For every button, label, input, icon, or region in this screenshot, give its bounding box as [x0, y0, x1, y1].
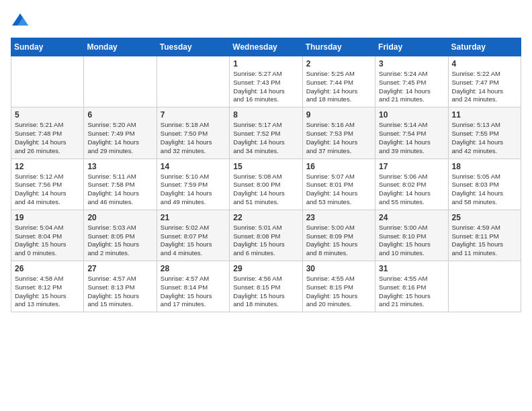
- day-number: 24: [379, 213, 444, 222]
- day-number: 12: [15, 162, 80, 171]
- day-info: Sunrise: 5:03 AM Sunset: 8:05 PM Dayligh…: [87, 224, 152, 258]
- day-info: Sunrise: 5:14 AM Sunset: 7:54 PM Dayligh…: [379, 121, 444, 155]
- weekday-wednesday: Wednesday: [230, 38, 302, 56]
- day-number: 14: [161, 162, 226, 171]
- calendar-body: 1Sunrise: 5:27 AM Sunset: 7:43 PM Daylig…: [11, 56, 521, 312]
- day-number: 18: [452, 162, 517, 171]
- day-number: 4: [452, 59, 517, 68]
- calendar-cell: 19Sunrise: 5:04 AM Sunset: 8:04 PM Dayli…: [11, 210, 84, 261]
- day-number: 22: [233, 213, 298, 222]
- calendar-cell: 22Sunrise: 5:01 AM Sunset: 8:08 PM Dayli…: [230, 210, 302, 261]
- day-info: Sunrise: 5:16 AM Sunset: 7:53 PM Dayligh…: [306, 121, 371, 155]
- day-number: 27: [87, 264, 152, 273]
- calendar-cell: 3Sunrise: 5:24 AM Sunset: 7:45 PM Daylig…: [375, 56, 448, 107]
- day-info: Sunrise: 5:25 AM Sunset: 7:44 PM Dayligh…: [306, 70, 371, 104]
- week-row-4: 19Sunrise: 5:04 AM Sunset: 8:04 PM Dayli…: [11, 210, 521, 261]
- day-number: 13: [87, 162, 152, 171]
- calendar-cell: [157, 56, 229, 107]
- logo-icon: [11, 11, 30, 30]
- day-info: Sunrise: 4:57 AM Sunset: 8:14 PM Dayligh…: [161, 275, 226, 309]
- day-info: Sunrise: 5:18 AM Sunset: 7:50 PM Dayligh…: [161, 121, 226, 155]
- calendar-cell: 16Sunrise: 5:07 AM Sunset: 8:01 PM Dayli…: [302, 158, 375, 210]
- calendar-cell: 20Sunrise: 5:03 AM Sunset: 8:05 PM Dayli…: [84, 210, 157, 261]
- day-info: Sunrise: 5:08 AM Sunset: 8:00 PM Dayligh…: [233, 173, 298, 207]
- day-number: 3: [379, 59, 444, 68]
- page-header: [11, 11, 521, 30]
- calendar-cell: 4Sunrise: 5:22 AM Sunset: 7:47 PM Daylig…: [448, 56, 521, 107]
- day-number: 7: [161, 110, 226, 120]
- calendar-cell: 7Sunrise: 5:18 AM Sunset: 7:50 PM Daylig…: [157, 107, 229, 158]
- calendar-cell: 31Sunrise: 4:55 AM Sunset: 8:16 PM Dayli…: [375, 261, 448, 312]
- day-number: 10: [379, 110, 444, 120]
- day-info: Sunrise: 5:07 AM Sunset: 8:01 PM Dayligh…: [306, 173, 371, 207]
- weekday-thursday: Thursday: [302, 38, 375, 56]
- day-info: Sunrise: 5:27 AM Sunset: 7:43 PM Dayligh…: [233, 70, 298, 104]
- calendar-cell: 17Sunrise: 5:06 AM Sunset: 8:02 PM Dayli…: [375, 158, 448, 210]
- calendar-cell: [448, 261, 521, 312]
- calendar-cell: 13Sunrise: 5:11 AM Sunset: 7:58 PM Dayli…: [84, 158, 157, 210]
- weekday-tuesday: Tuesday: [157, 38, 229, 56]
- calendar-cell: 15Sunrise: 5:08 AM Sunset: 8:00 PM Dayli…: [230, 158, 302, 210]
- day-info: Sunrise: 4:56 AM Sunset: 8:15 PM Dayligh…: [233, 275, 298, 309]
- day-info: Sunrise: 4:58 AM Sunset: 8:12 PM Dayligh…: [15, 275, 80, 309]
- weekday-friday: Friday: [375, 38, 448, 56]
- calendar-cell: [84, 56, 157, 107]
- day-number: 11: [452, 110, 517, 120]
- calendar-cell: 23Sunrise: 5:00 AM Sunset: 8:09 PM Dayli…: [302, 210, 375, 261]
- day-info: Sunrise: 4:55 AM Sunset: 8:15 PM Dayligh…: [306, 275, 371, 309]
- calendar-cell: 12Sunrise: 5:12 AM Sunset: 7:56 PM Dayli…: [11, 158, 84, 210]
- calendar-cell: 18Sunrise: 5:05 AM Sunset: 8:03 PM Dayli…: [448, 158, 521, 210]
- calendar-cell: 6Sunrise: 5:20 AM Sunset: 7:49 PM Daylig…: [84, 107, 157, 158]
- calendar-cell: [11, 56, 84, 107]
- day-number: 28: [161, 264, 226, 273]
- calendar-cell: 10Sunrise: 5:14 AM Sunset: 7:54 PM Dayli…: [375, 107, 448, 158]
- day-number: 6: [87, 110, 152, 120]
- day-info: Sunrise: 5:21 AM Sunset: 7:48 PM Dayligh…: [15, 121, 80, 155]
- calendar-table: SundayMondayTuesdayWednesdayThursdayFrid…: [11, 38, 521, 312]
- calendar-cell: 21Sunrise: 5:02 AM Sunset: 8:07 PM Dayli…: [157, 210, 229, 261]
- day-number: 19: [15, 213, 80, 222]
- calendar-cell: 29Sunrise: 4:56 AM Sunset: 8:15 PM Dayli…: [230, 261, 302, 312]
- day-number: 9: [306, 110, 371, 120]
- day-number: 20: [87, 213, 152, 222]
- logo: [11, 11, 32, 30]
- weekday-saturday: Saturday: [448, 38, 521, 56]
- day-number: 8: [233, 110, 298, 120]
- calendar-cell: 5Sunrise: 5:21 AM Sunset: 7:48 PM Daylig…: [11, 107, 84, 158]
- day-info: Sunrise: 5:13 AM Sunset: 7:55 PM Dayligh…: [452, 121, 517, 155]
- weekday-monday: Monday: [84, 38, 157, 56]
- day-info: Sunrise: 5:00 AM Sunset: 8:10 PM Dayligh…: [379, 224, 444, 258]
- day-info: Sunrise: 5:22 AM Sunset: 7:47 PM Dayligh…: [452, 70, 517, 104]
- calendar-cell: 30Sunrise: 4:55 AM Sunset: 8:15 PM Dayli…: [302, 261, 375, 312]
- day-info: Sunrise: 5:02 AM Sunset: 8:07 PM Dayligh…: [161, 224, 226, 258]
- day-info: Sunrise: 5:11 AM Sunset: 7:58 PM Dayligh…: [87, 173, 152, 207]
- day-info: Sunrise: 5:12 AM Sunset: 7:56 PM Dayligh…: [15, 173, 80, 207]
- day-number: 31: [379, 264, 444, 273]
- calendar-cell: 24Sunrise: 5:00 AM Sunset: 8:10 PM Dayli…: [375, 210, 448, 261]
- week-row-1: 1Sunrise: 5:27 AM Sunset: 7:43 PM Daylig…: [11, 56, 521, 107]
- week-row-3: 12Sunrise: 5:12 AM Sunset: 7:56 PM Dayli…: [11, 158, 521, 210]
- calendar-cell: 26Sunrise: 4:58 AM Sunset: 8:12 PM Dayli…: [11, 261, 84, 312]
- day-number: 1: [233, 59, 298, 68]
- day-number: 15: [233, 162, 298, 171]
- calendar-cell: 2Sunrise: 5:25 AM Sunset: 7:44 PM Daylig…: [302, 56, 375, 107]
- calendar-cell: 11Sunrise: 5:13 AM Sunset: 7:55 PM Dayli…: [448, 107, 521, 158]
- weekday-sunday: Sunday: [11, 38, 84, 56]
- day-info: Sunrise: 4:57 AM Sunset: 8:13 PM Dayligh…: [87, 275, 152, 309]
- day-number: 29: [233, 264, 298, 273]
- day-info: Sunrise: 5:00 AM Sunset: 8:09 PM Dayligh…: [306, 224, 371, 258]
- calendar-cell: 8Sunrise: 5:17 AM Sunset: 7:52 PM Daylig…: [230, 107, 302, 158]
- day-number: 25: [452, 213, 517, 222]
- day-info: Sunrise: 4:55 AM Sunset: 8:16 PM Dayligh…: [379, 275, 444, 309]
- calendar-cell: 25Sunrise: 4:59 AM Sunset: 8:11 PM Dayli…: [448, 210, 521, 261]
- day-number: 17: [379, 162, 444, 171]
- day-info: Sunrise: 5:06 AM Sunset: 8:02 PM Dayligh…: [379, 173, 444, 207]
- calendar-cell: 1Sunrise: 5:27 AM Sunset: 7:43 PM Daylig…: [230, 56, 302, 107]
- weekday-header-row: SundayMondayTuesdayWednesdayThursdayFrid…: [11, 38, 521, 56]
- day-info: Sunrise: 5:17 AM Sunset: 7:52 PM Dayligh…: [233, 121, 298, 155]
- day-info: Sunrise: 4:59 AM Sunset: 8:11 PM Dayligh…: [452, 224, 517, 258]
- calendar-cell: 14Sunrise: 5:10 AM Sunset: 7:59 PM Dayli…: [157, 158, 229, 210]
- day-info: Sunrise: 5:01 AM Sunset: 8:08 PM Dayligh…: [233, 224, 298, 258]
- day-number: 16: [306, 162, 371, 171]
- day-info: Sunrise: 5:20 AM Sunset: 7:49 PM Dayligh…: [87, 121, 152, 155]
